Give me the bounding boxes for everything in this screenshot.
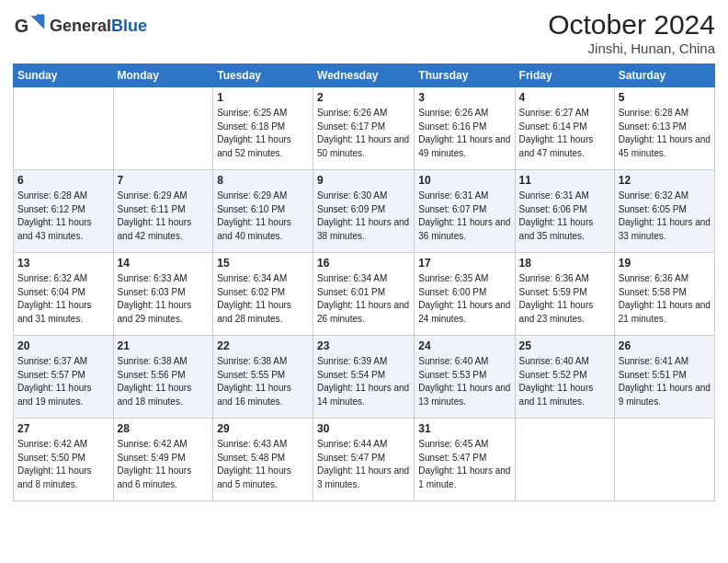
day-cell: 22Sunrise: 6:38 AMSunset: 5:55 PMDayligh…: [213, 336, 313, 419]
week-row-4: 20Sunrise: 6:37 AMSunset: 5:57 PMDayligh…: [14, 336, 715, 419]
day-number: 23: [317, 339, 410, 353]
day-cell: 30Sunrise: 6:44 AMSunset: 5:47 PMDayligh…: [313, 419, 415, 501]
weekday-tuesday: Tuesday: [213, 64, 313, 87]
day-cell: 3Sunrise: 6:26 AMSunset: 6:16 PMDaylight…: [415, 87, 515, 170]
day-cell: 19Sunrise: 6:36 AMSunset: 5:58 PMDayligh…: [614, 253, 714, 336]
day-cell: 1Sunrise: 6:25 AMSunset: 6:18 PMDaylight…: [213, 87, 313, 170]
day-number: 19: [619, 256, 711, 270]
day-number: 24: [418, 339, 510, 353]
day-cell: 31Sunrise: 6:45 AMSunset: 5:47 PMDayligh…: [415, 419, 515, 501]
day-info: Sunrise: 6:28 AMSunset: 6:13 PMDaylight:…: [619, 108, 711, 158]
day-info: Sunrise: 6:34 AMSunset: 6:01 PMDaylight:…: [317, 273, 409, 324]
day-info: Sunrise: 6:26 AMSunset: 6:16 PMDaylight:…: [418, 108, 510, 158]
day-info: Sunrise: 6:37 AMSunset: 5:57 PMDaylight:…: [17, 356, 92, 407]
day-number: 15: [217, 256, 309, 270]
day-number: 14: [118, 256, 210, 270]
day-cell: 14Sunrise: 6:33 AMSunset: 6:03 PMDayligh…: [113, 253, 213, 336]
day-cell: 8Sunrise: 6:29 AMSunset: 6:10 PMDaylight…: [213, 170, 313, 253]
day-cell: 16Sunrise: 6:34 AMSunset: 6:01 PMDayligh…: [313, 253, 415, 336]
day-cell: [14, 87, 114, 170]
day-info: Sunrise: 6:32 AMSunset: 6:05 PMDaylight:…: [619, 190, 711, 241]
day-number: 5: [619, 90, 711, 105]
day-info: Sunrise: 6:38 AMSunset: 5:55 PMDaylight:…: [217, 356, 291, 407]
day-cell: 17Sunrise: 6:35 AMSunset: 6:00 PMDayligh…: [415, 253, 515, 336]
day-number: 4: [519, 90, 610, 105]
day-cell: 6Sunrise: 6:28 AMSunset: 6:12 PMDaylight…: [14, 170, 114, 253]
day-info: Sunrise: 6:35 AMSunset: 6:00 PMDaylight:…: [418, 273, 510, 324]
day-number: 31: [418, 421, 510, 436]
day-number: 8: [217, 173, 309, 188]
calendar-table: SundayMondayTuesdayWednesdayThursdayFrid…: [13, 63, 715, 501]
week-row-3: 13Sunrise: 6:32 AMSunset: 6:04 PMDayligh…: [14, 253, 715, 336]
day-number: 3: [418, 90, 510, 105]
day-number: 2: [317, 90, 410, 105]
day-cell: 25Sunrise: 6:40 AMSunset: 5:52 PMDayligh…: [515, 336, 614, 419]
day-cell: 13Sunrise: 6:32 AMSunset: 6:04 PMDayligh…: [14, 253, 114, 336]
day-cell: 5Sunrise: 6:28 AMSunset: 6:13 PMDaylight…: [614, 87, 714, 170]
day-number: 1: [217, 90, 309, 105]
day-info: Sunrise: 6:31 AMSunset: 6:06 PMDaylight:…: [519, 190, 594, 241]
page: G GeneralBlue October 2024 Jinshi, Hunan…: [0, 0, 728, 563]
day-number: 11: [519, 173, 610, 188]
day-info: Sunrise: 6:44 AMSunset: 5:47 PMDaylight:…: [317, 439, 409, 489]
day-number: 26: [619, 339, 711, 353]
day-number: 18: [519, 256, 610, 270]
day-cell: 23Sunrise: 6:39 AMSunset: 5:54 PMDayligh…: [313, 336, 415, 419]
weekday-friday: Friday: [515, 64, 614, 87]
day-number: 27: [17, 421, 109, 436]
day-cell: 2Sunrise: 6:26 AMSunset: 6:17 PMDaylight…: [313, 87, 415, 170]
day-info: Sunrise: 6:38 AMSunset: 5:56 PMDaylight:…: [118, 356, 192, 407]
week-row-2: 6Sunrise: 6:28 AMSunset: 6:12 PMDaylight…: [14, 170, 715, 253]
weekday-saturday: Saturday: [614, 64, 714, 87]
day-number: 12: [619, 173, 711, 188]
day-info: Sunrise: 6:40 AMSunset: 5:53 PMDaylight:…: [418, 356, 510, 407]
logo: G GeneralBlue: [13, 9, 147, 42]
calendar-subtitle: Jinshi, Hunan, China: [548, 40, 715, 56]
day-cell: 26Sunrise: 6:41 AMSunset: 5:51 PMDayligh…: [614, 336, 714, 419]
weekday-sunday: Sunday: [14, 64, 114, 87]
day-info: Sunrise: 6:43 AMSunset: 5:48 PMDaylight:…: [217, 439, 291, 489]
day-cell: 18Sunrise: 6:36 AMSunset: 5:59 PMDayligh…: [515, 253, 614, 336]
logo-icon: G: [13, 9, 46, 42]
day-cell: 12Sunrise: 6:32 AMSunset: 6:05 PMDayligh…: [614, 170, 714, 253]
day-cell: 24Sunrise: 6:40 AMSunset: 5:53 PMDayligh…: [415, 336, 515, 419]
day-cell: 28Sunrise: 6:42 AMSunset: 5:49 PMDayligh…: [113, 419, 213, 501]
day-info: Sunrise: 6:25 AMSunset: 6:18 PMDaylight:…: [217, 108, 291, 158]
day-info: Sunrise: 6:26 AMSunset: 6:17 PMDaylight:…: [317, 108, 409, 158]
day-cell: 29Sunrise: 6:43 AMSunset: 5:48 PMDayligh…: [213, 419, 313, 501]
day-info: Sunrise: 6:42 AMSunset: 5:49 PMDaylight:…: [118, 439, 192, 489]
day-cell: 20Sunrise: 6:37 AMSunset: 5:57 PMDayligh…: [14, 336, 114, 419]
day-number: 10: [418, 173, 510, 188]
day-number: 30: [317, 421, 410, 436]
day-cell: 10Sunrise: 6:31 AMSunset: 6:07 PMDayligh…: [415, 170, 515, 253]
day-info: Sunrise: 6:36 AMSunset: 5:58 PMDaylight:…: [619, 273, 711, 324]
day-cell: [614, 419, 714, 501]
day-info: Sunrise: 6:27 AMSunset: 6:14 PMDaylight:…: [519, 108, 594, 158]
day-number: 21: [118, 339, 210, 353]
day-number: 29: [217, 421, 309, 436]
day-cell: 9Sunrise: 6:30 AMSunset: 6:09 PMDaylight…: [313, 170, 415, 253]
day-info: Sunrise: 6:36 AMSunset: 5:59 PMDaylight:…: [519, 273, 594, 324]
day-cell: 4Sunrise: 6:27 AMSunset: 6:14 PMDaylight…: [515, 87, 614, 170]
day-cell: 21Sunrise: 6:38 AMSunset: 5:56 PMDayligh…: [113, 336, 213, 419]
weekday-wednesday: Wednesday: [313, 64, 415, 87]
svg-text:G: G: [15, 16, 28, 36]
day-number: 16: [317, 256, 410, 270]
day-cell: 7Sunrise: 6:29 AMSunset: 6:11 PMDaylight…: [113, 170, 213, 253]
day-info: Sunrise: 6:29 AMSunset: 6:11 PMDaylight:…: [118, 190, 192, 241]
day-number: 13: [17, 256, 109, 270]
header: G GeneralBlue October 2024 Jinshi, Hunan…: [13, 9, 715, 56]
logo-text: GeneralBlue: [50, 17, 147, 36]
calendar-title: October 2024: [548, 9, 715, 40]
day-cell: 15Sunrise: 6:34 AMSunset: 6:02 PMDayligh…: [213, 253, 313, 336]
day-info: Sunrise: 6:42 AMSunset: 5:50 PMDaylight:…: [17, 439, 92, 489]
day-number: 25: [519, 339, 610, 353]
week-row-5: 27Sunrise: 6:42 AMSunset: 5:50 PMDayligh…: [14, 419, 715, 501]
day-number: 22: [217, 339, 309, 353]
day-info: Sunrise: 6:29 AMSunset: 6:10 PMDaylight:…: [217, 190, 291, 241]
day-number: 7: [118, 173, 210, 188]
day-number: 20: [17, 339, 109, 353]
weekday-monday: Monday: [113, 64, 213, 87]
day-number: 9: [317, 173, 410, 188]
title-area: October 2024 Jinshi, Hunan, China: [548, 9, 715, 56]
